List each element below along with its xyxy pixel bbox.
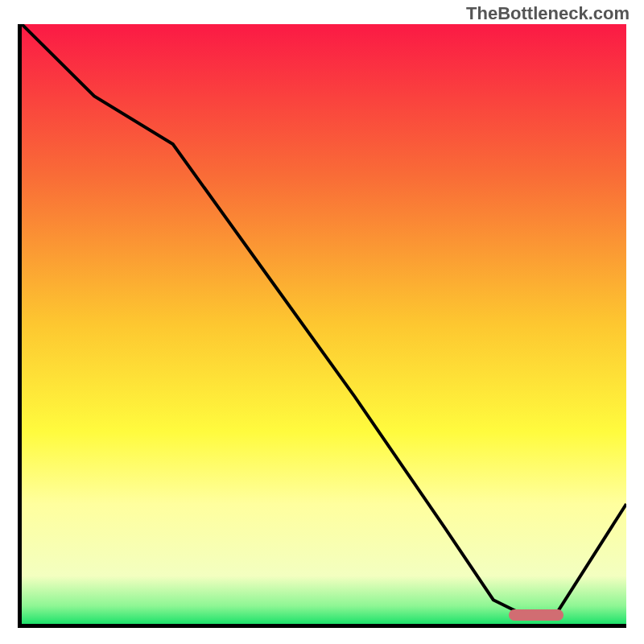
chart-container: TheBottleneck.com [0, 0, 644, 644]
watermark-text: TheBottleneck.com [466, 3, 630, 24]
bottleneck-curve [22, 24, 626, 624]
plot-area [18, 24, 626, 628]
optimal-range-marker [509, 609, 564, 621]
